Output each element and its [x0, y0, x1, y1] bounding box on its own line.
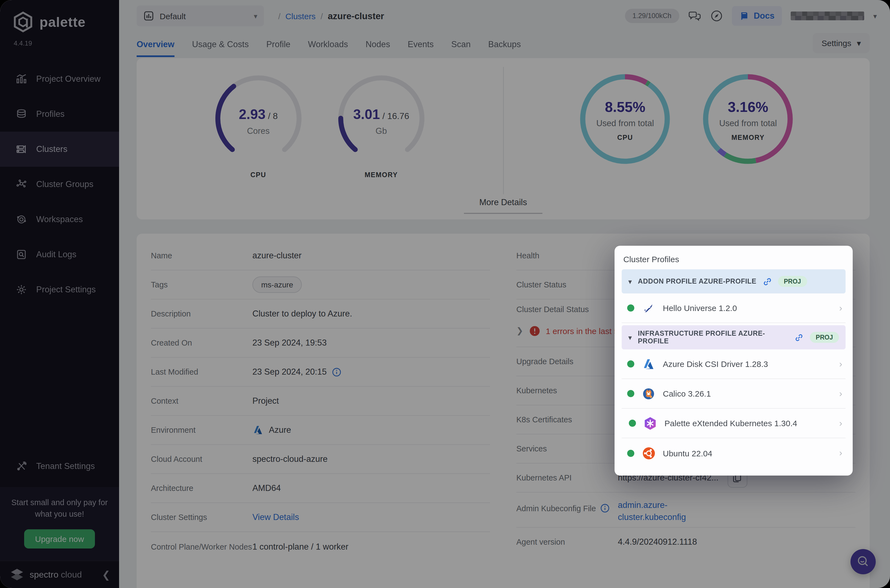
upgrade-now-button[interactable]: Upgrade now [24, 529, 95, 549]
upgrade-promo: Start small and only pay for what you us… [0, 487, 119, 561]
docs-button[interactable]: Docs [732, 6, 782, 26]
chat-icon [688, 9, 701, 22]
row-label: Architecture [151, 484, 252, 492]
promo-text: Start small and only pay for what you us… [10, 496, 109, 520]
ubuntu-icon [641, 446, 656, 460]
cluster-settings-link[interactable]: View Details [252, 512, 299, 522]
audit-search-icon [16, 249, 27, 260]
row-value: AMD64 [252, 483, 490, 493]
detail-row-cloud-account: Cloud Account spectro-cloud-azure [151, 445, 490, 474]
user-name-redacted[interactable] [791, 12, 864, 20]
status-dot [627, 450, 634, 457]
sidebar-collapse-icon[interactable]: ❮ [102, 568, 110, 580]
usage-overview-card: 2.93 / 8 Cores CPU 3.01 / 16.76 Gb MEMOR… [137, 58, 870, 219]
sidebar-item-project-settings[interactable]: Project Settings [0, 272, 119, 307]
info-icon[interactable] [600, 504, 609, 513]
detail-row-agent-version: Agent version 4.4.9/20240912.1118 [516, 528, 855, 557]
sidebar-item-clusters[interactable]: Clusters [0, 132, 119, 167]
app-version: 4.4.19 [0, 35, 119, 47]
profile-layer-azure-disk-csi[interactable]: Azure Disk CSI Driver 1.28.3 › [622, 350, 845, 379]
row-value: 1 control-plane / 1 worker [252, 542, 490, 552]
sidebar-item-profiles[interactable]: Profiles [0, 96, 119, 132]
addon-profile-section-header[interactable]: ▾ ADDON PROFILE AZURE-PROFILE PROJ [622, 269, 845, 294]
row-label: Kubernetes API [516, 473, 618, 482]
breadcrumb-current: azure-cluster [328, 11, 384, 21]
search-fab[interactable] [851, 549, 876, 574]
cpu-donut-caption: Used from total [576, 118, 675, 128]
cpu-gauge-value: 2.93 [239, 106, 266, 122]
sidebar-item-cluster-groups[interactable]: Cluster Groups [0, 167, 119, 202]
tab-nodes[interactable]: Nodes [365, 39, 390, 57]
row-value: 23 Sep 2024, 19:53 [252, 338, 490, 348]
project-selector[interactable]: Default ▾ [137, 6, 264, 26]
row-label: Tags [151, 280, 252, 289]
chevron-right-icon: › [839, 388, 842, 399]
sidebar-item-tenant-settings[interactable]: Tenant Settings [0, 448, 119, 483]
chat-button[interactable] [688, 9, 701, 22]
brand-light: cloud [61, 570, 82, 579]
tag-pill: ms-azure [252, 276, 302, 293]
infrastructure-profile-section-header[interactable]: ▾ INFRASTRUCTURE PROFILE AZURE-PROFILE P… [622, 325, 845, 350]
row-label: Name [151, 251, 252, 260]
spectro-cloud-logo-icon [10, 567, 24, 582]
row-label: Upgrade Details [516, 357, 618, 366]
row-value: azure-cluster [252, 250, 490, 261]
layer-name: Palette eXtended Kubernetes 1.30.4 [665, 418, 797, 428]
breadcrumb-clusters-link[interactable]: Clusters [285, 11, 315, 21]
tab-scan[interactable]: Scan [451, 39, 471, 57]
profile-layer-hello-universe[interactable]: Hello Universe 1.2.0 › [622, 294, 845, 323]
calico-icon [641, 386, 656, 400]
memory-gauge-label: MEMORY [332, 171, 431, 179]
sidebar-item-workspaces[interactable]: Workspaces [0, 202, 119, 237]
layer-name: Azure Disk CSI Driver 1.28.3 [663, 359, 768, 369]
row-label: Description [151, 309, 252, 318]
cpu-gauge-label: CPU [209, 171, 308, 179]
sidebar-item-project-overview[interactable]: Project Overview [0, 62, 119, 96]
tab-profile[interactable]: Profile [266, 39, 291, 57]
chevron-right-icon: › [839, 418, 842, 429]
kubeconfig-file-link[interactable]: admin.azure-cluster.kubeconfig [618, 499, 728, 524]
tab-backups[interactable]: Backups [488, 39, 521, 57]
sidebar-item-label: Workspaces [36, 214, 83, 224]
tab-overview[interactable]: Overview [137, 39, 174, 57]
screen-background: palette 4.4.19 Project Overview Profiles [0, 0, 890, 588]
tab-workloads[interactable]: Workloads [308, 39, 348, 57]
gauges-panel: 2.93 / 8 Cores CPU 3.01 / 16.76 Gb MEMOR… [137, 58, 503, 219]
azure-icon [641, 357, 656, 371]
popup-title: Cluster Profiles [622, 252, 845, 269]
settings-button[interactable]: Settings ▾ [813, 33, 870, 53]
cpu-donut: 8.55% Used from total CPU [576, 72, 675, 171]
credits-badge: 1.29/100kCh [625, 9, 679, 23]
memory-gauge: 3.01 / 16.76 Gb MEMORY [332, 72, 431, 180]
scope-badge: PROJ [778, 276, 807, 287]
profile-layer-ubuntu[interactable]: Ubuntu 22.04 › [622, 438, 845, 468]
info-icon[interactable] [332, 367, 342, 376]
profile-layer-calico[interactable]: Calico 3.26.1 › [622, 379, 845, 409]
row-label: Created On [151, 338, 252, 347]
row-label: Context [151, 397, 252, 405]
more-details-button[interactable]: More Details [464, 194, 542, 214]
cpu-donut-percent: 8.55% [576, 99, 675, 116]
chevron-down-icon: ▾ [628, 277, 632, 285]
breadcrumb-separator: / [278, 11, 281, 21]
sidebar-item-audit-logs[interactable]: Audit Logs [0, 237, 119, 272]
nodes-icon [16, 179, 27, 190]
row-label: Kubernetes [516, 386, 618, 395]
tab-usage-costs[interactable]: Usage & Costs [192, 39, 249, 57]
app-window: palette 4.4.19 Project Overview Profiles [0, 0, 890, 588]
row-label: Cluster Status [516, 280, 618, 289]
donuts-panel: 8.55% Used from total CPU 3.16% Used fro… [503, 58, 870, 219]
chevron-right-icon[interactable]: ❯ [516, 326, 523, 336]
chevron-down-icon: ▾ [254, 12, 257, 20]
row-label: Cluster Settings [151, 513, 252, 522]
explore-button[interactable] [710, 9, 723, 22]
user-menu-chevron-icon[interactable]: ▾ [873, 12, 877, 20]
tab-events[interactable]: Events [408, 39, 434, 57]
sidebar-item-label: Project Overview [36, 74, 101, 84]
cluster-tabs: Overview Usage & Costs Profile Workloads… [119, 32, 890, 57]
row-value: Azure [269, 425, 291, 435]
sidebar-item-label: Clusters [36, 144, 68, 154]
memory-donut: 3.16% Used from total MEMORY [699, 72, 797, 171]
layer-name: Calico 3.26.1 [663, 389, 711, 398]
profile-layer-pxk[interactable]: Palette eXtended Kubernetes 1.30.4 › [622, 409, 845, 438]
